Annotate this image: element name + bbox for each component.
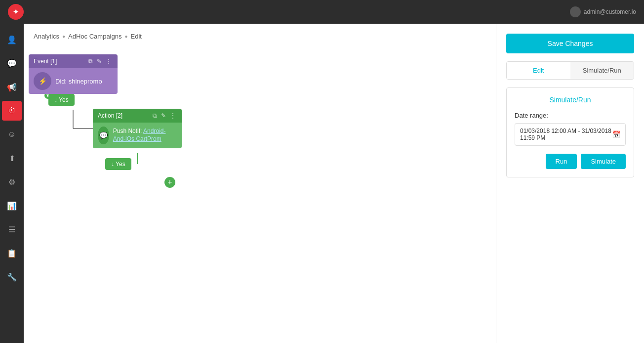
- yes-button-2-container: ↓ Yes: [105, 158, 131, 170]
- sidebar-item-settings[interactable]: ⚙: [2, 172, 22, 192]
- simulate-button[interactable]: Simulate: [581, 154, 626, 169]
- panel-tabs: Edit Simulate/Run: [506, 61, 634, 80]
- sidebar-item-campaigns[interactable]: 📢: [2, 77, 22, 97]
- breadcrumb-adhoc[interactable]: AdHoc Campaigns: [68, 33, 121, 40]
- simulate-panel: Simulate/Run Date range: 01/03/2018 12:0…: [506, 87, 634, 177]
- right-panel: Save Changes Edit Simulate/Run Simulate/…: [496, 24, 644, 343]
- breadcrumb-sep-2: ●: [124, 34, 127, 39]
- sidebar-item-integrations[interactable]: 🔧: [2, 267, 22, 287]
- action-node-icons: ⧉ ✎ ⋮: [152, 111, 177, 120]
- date-range-label: Date range:: [515, 112, 626, 119]
- tab-simulate-run[interactable]: Simulate/Run: [570, 62, 634, 79]
- sidebar-item-journeys[interactable]: ⏱: [2, 101, 22, 121]
- sidebar-item-reports[interactable]: 📊: [2, 196, 22, 215]
- breadcrumb-analytics[interactable]: Analytics: [34, 33, 59, 40]
- tab-edit[interactable]: Edit: [507, 62, 570, 79]
- date-range-input[interactable]: 01/03/2018 12:00 AM - 31/03/2018 11:59 P…: [515, 123, 626, 146]
- event-node-title: Event [1]: [34, 58, 57, 65]
- flow-canvas[interactable]: ▼ Event [1] ⧉ ✎ ⋮ ⚡ Did: shinepromo: [24, 49, 496, 343]
- event-copy-icon[interactable]: ⧉: [87, 57, 94, 66]
- event-node: Event [1] ⧉ ✎ ⋮ ⚡ Did: shinepromo: [29, 54, 118, 94]
- yes-button-1-label: ↓ Yes: [54, 96, 69, 103]
- yes-button-1[interactable]: ↓ Yes: [48, 94, 75, 106]
- sidebar-item-users[interactable]: 👤: [2, 30, 22, 49]
- add-node-button[interactable]: +: [164, 177, 175, 188]
- yes-button-2-label: ↓ Yes: [111, 161, 125, 168]
- event-node-icons: ⧉ ✎ ⋮: [87, 57, 113, 66]
- action-text: Push Notif: Android-And-iOs CartProm: [113, 128, 177, 143]
- event-type-icon: ⚡: [34, 72, 51, 90]
- user-menu[interactable]: admin@customer.io: [570, 6, 636, 17]
- action-node-title: Action [2]: [98, 112, 122, 119]
- action-type-icon: 💬: [98, 127, 109, 144]
- simulate-panel-title: Simulate/Run: [515, 96, 626, 104]
- action-more-icon[interactable]: ⋮: [169, 111, 177, 120]
- event-node-header: Event [1] ⧉ ✎ ⋮: [29, 54, 118, 68]
- event-edit-icon[interactable]: ✎: [96, 57, 103, 66]
- event-node-body: ⚡ Did: shinepromo: [29, 68, 118, 94]
- action-buttons: Run Simulate: [515, 154, 626, 169]
- app-logo[interactable]: ✦: [8, 4, 24, 20]
- save-changes-button[interactable]: Save Changes: [506, 34, 634, 53]
- topbar: ✦ admin@customer.io: [0, 0, 644, 24]
- flow-container: ▼ Event [1] ⧉ ✎ ⋮ ⚡ Did: shinepromo: [24, 49, 496, 297]
- breadcrumb-edit: Edit: [131, 33, 142, 40]
- date-range-value: 01/03/2018 12:00 AM - 31/03/2018 11:59 P…: [520, 128, 612, 141]
- sidebar-item-forms[interactable]: 📋: [2, 243, 22, 263]
- user-email: admin@customer.io: [584, 8, 636, 15]
- breadcrumb-sep-1: ●: [62, 34, 65, 39]
- yes-button-2[interactable]: ↓ Yes: [105, 158, 131, 170]
- action-edit-icon[interactable]: ✎: [160, 111, 167, 120]
- sidebar: 👤 💬 📢 ⏱ ☺ ⬆ ⚙ 📊 ☰ 📋 🔧: [0, 24, 24, 343]
- action-node: Action [2] ⧉ ✎ ⋮ 💬 Push Notif: Android-A…: [93, 109, 182, 148]
- sidebar-item-list[interactable]: ☰: [2, 219, 22, 239]
- logo-icon: ✦: [13, 8, 19, 16]
- run-button[interactable]: Run: [546, 154, 577, 169]
- main-area: Analytics ● AdHoc Campaigns ● Edit ▼: [24, 24, 644, 343]
- sidebar-item-messages[interactable]: 💬: [2, 53, 22, 73]
- event-text: Did: shinepromo: [55, 78, 102, 85]
- action-node-body: 💬 Push Notif: Android-And-iOs CartProm: [93, 123, 182, 148]
- action-text-prefix: Push Notif:: [113, 128, 143, 134]
- calendar-icon: 📅: [612, 130, 620, 138]
- sidebar-item-segments[interactable]: ☺: [2, 125, 22, 144]
- event-more-icon[interactable]: ⋮: [105, 57, 113, 66]
- yes-button-1-container: ↓ Yes: [48, 94, 75, 106]
- user-avatar: [570, 6, 581, 17]
- action-node-header: Action [2] ⧉ ✎ ⋮: [93, 109, 182, 123]
- action-copy-icon[interactable]: ⧉: [152, 111, 158, 120]
- sidebar-item-import[interactable]: ⬆: [2, 148, 22, 168]
